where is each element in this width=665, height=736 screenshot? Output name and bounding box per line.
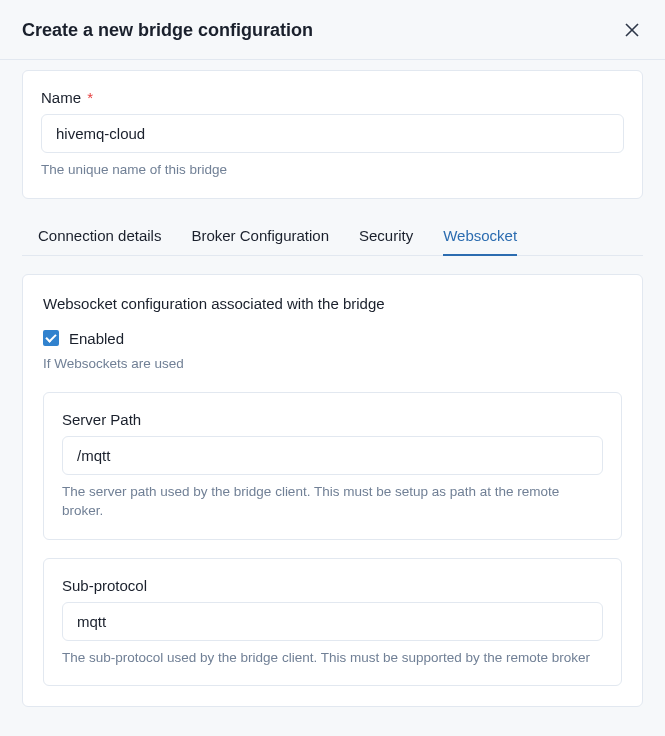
close-icon [625,23,639,37]
dialog-content: Name * The unique name of this bridge Co… [0,60,665,729]
sub-protocol-helper: The sub-protocol used by the bridge clie… [62,649,603,668]
name-card: Name * The unique name of this bridge [22,70,643,199]
server-path-label: Server Path [62,411,141,428]
dialog: Create a new bridge configuration Name *… [0,0,665,729]
sub-protocol-input[interactable] [62,602,603,641]
server-path-card: Server Path The server path used by the … [43,392,622,540]
tab-connection-details[interactable]: Connection details [38,217,161,256]
sub-protocol-card: Sub-protocol The sub-protocol used by th… [43,558,622,687]
tab-websocket[interactable]: Websocket [443,217,517,256]
dialog-title: Create a new bridge configuration [22,20,313,41]
name-label-text: Name [41,89,81,106]
enabled-label: Enabled [69,330,124,347]
enabled-row: Enabled [43,330,622,347]
dialog-header: Create a new bridge configuration [0,1,665,60]
server-path-helper: The server path used by the bridge clien… [62,483,603,521]
websocket-panel: Websocket configuration associated with … [22,274,643,708]
name-helper: The unique name of this bridge [41,161,624,180]
required-marker: * [87,89,93,106]
server-path-input[interactable] [62,436,603,475]
name-label: Name * [41,89,93,106]
name-input[interactable] [41,114,624,153]
tab-broker-configuration[interactable]: Broker Configuration [191,217,329,256]
enabled-checkbox[interactable] [43,330,59,346]
close-button[interactable] [621,19,643,41]
websocket-panel-title: Websocket configuration associated with … [43,295,622,312]
tab-security[interactable]: Security [359,217,413,256]
tabs: Connection details Broker Configuration … [22,217,643,256]
sub-protocol-label: Sub-protocol [62,577,147,594]
enabled-helper: If Websockets are used [43,355,622,374]
